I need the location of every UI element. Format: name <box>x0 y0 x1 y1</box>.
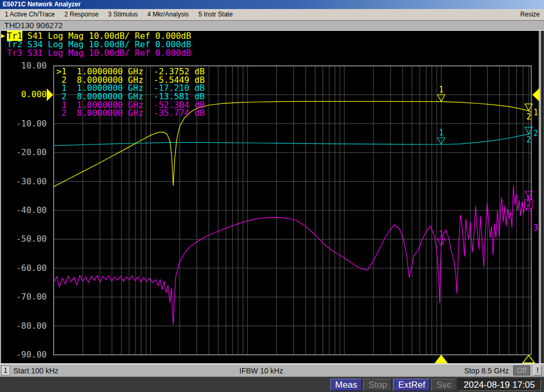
y-axis-label: -40.00 <box>0 206 47 215</box>
y-axis-label: -30.00 <box>0 177 47 186</box>
trace-titles: ▶Tr1 S41 Log Mag 10.00dB/ Ref 0.000dBTr2… <box>1 32 191 57</box>
status-pills: MeasStopExtRefSvc <box>330 379 456 391</box>
status-stop: Stop <box>363 379 392 391</box>
stop-frequency[interactable]: Stop 8.5 GHz <box>464 367 509 375</box>
trace-name[interactable]: Tr3 <box>7 48 22 58</box>
menu-item[interactable]: 4 Mkr/Analysis <box>142 9 193 20</box>
y-axis-label: -80.00 <box>0 322 47 330</box>
menu-item[interactable]: 1 Active Ch/Trace <box>0 9 60 20</box>
alert-button[interactable]: ! <box>533 365 542 376</box>
start-frequency[interactable]: Start 100 kHz <box>13 367 58 375</box>
datetime-display: 2024-08-19 17:05 <box>458 379 541 391</box>
window-frame-right <box>539 31 541 363</box>
y-axis-label: 0.000 <box>0 90 47 99</box>
window-frame-left <box>0 31 1 363</box>
y-axis-label: -90.00 <box>0 351 47 359</box>
menu-items: 1 Active Ch/Trace2 Response3 Stimulus4 M… <box>0 9 237 20</box>
y-axis-label: -10.00 <box>0 120 47 128</box>
active-trace-arrow-icon: ▶ <box>1 32 7 40</box>
trace-settings: S31 Log Mag 10.00dB/ Ref 0.000dB <box>22 48 191 58</box>
trace-title-row[interactable]: Tr3 S31 Log Mag 10.00dB/ Ref 0.000dB <box>1 49 191 57</box>
y-axis-label: -70.00 <box>0 293 47 301</box>
instrument-status-bar: MeasStopExtRefSvc 2024-08-19 17:05 <box>0 377 544 392</box>
y-axis-label: 10.00 <box>0 62 47 70</box>
channel-status-bar: 1 Start 100 kHz IFBW 10 kHz Stop 8.5 GHz… <box>0 363 544 377</box>
marker-readout: >1 1.0000000 GHz -2.3752 dB 2 8.0000000 … <box>56 67 205 117</box>
y-axis-label: -20.00 <box>0 148 47 157</box>
status-extref: ExtRef <box>393 379 430 391</box>
menu-item[interactable]: 3 Stimulus <box>103 9 142 20</box>
instrument-label: THD130 906272 <box>4 21 63 30</box>
status-meas: Meas <box>330 379 362 391</box>
marker-readout-row: 2 8.0000000 GHz -35.774 dB <box>56 109 205 117</box>
ifbw-label[interactable]: IFBW 10 kHz <box>58 367 464 375</box>
instrument-label-bar: THD130 906272 <box>0 20 544 31</box>
off-button[interactable]: Off <box>513 365 530 376</box>
menu-bar: 1 Active Ch/Trace2 Response3 Stimulus4 M… <box>0 9 544 20</box>
window-title: E5071C Network Analyzer <box>3 1 81 8</box>
status-svc: Svc <box>431 379 456 391</box>
title-bar: E5071C Network Analyzer <box>0 0 544 9</box>
menu-item[interactable]: 5 Instr State <box>193 9 237 20</box>
menu-item[interactable]: 2 Response <box>60 9 103 20</box>
resize-button[interactable]: Resize <box>516 9 544 20</box>
channel-number: 1 <box>1 365 10 376</box>
y-axis-label: -60.00 <box>0 264 47 272</box>
y-axis-label: -50.00 <box>0 235 47 243</box>
